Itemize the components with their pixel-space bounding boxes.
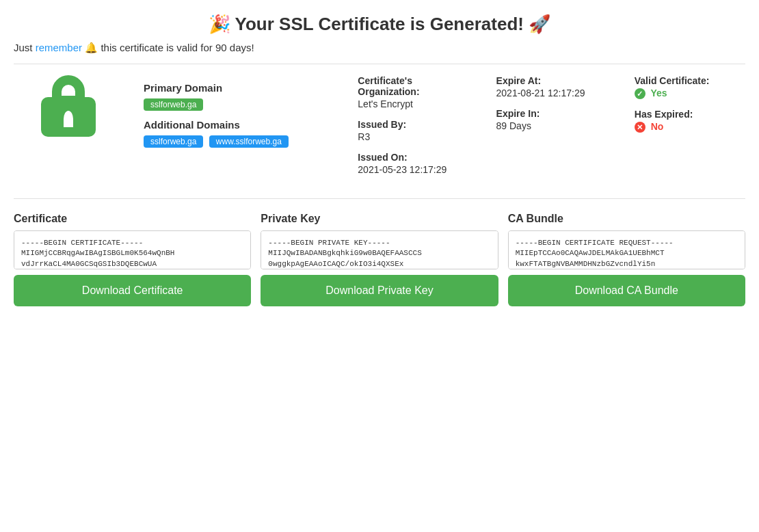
bell-icon: 🔔	[85, 42, 98, 53]
valid-cert-label: Valid Certificate:	[635, 75, 745, 86]
download-private-key-button[interactable]: Download Private Key	[261, 275, 498, 306]
has-expired-label: Has Expired:	[635, 109, 745, 120]
additional-domains-label: Additional Domains	[144, 119, 337, 131]
certificate-panel: Certificate -----BEGIN CERTIFICATE----- …	[14, 213, 251, 306]
primary-domain-value: sslforweb.ga	[144, 98, 203, 111]
additional-domain-2: www.sslforweb.ga	[209, 135, 289, 148]
check-icon: ✓	[635, 88, 645, 99]
lock-body	[41, 97, 96, 137]
primary-domain-badge: sslforweb.ga	[144, 98, 337, 119]
certificate-panel-title: Certificate	[14, 213, 251, 225]
details-col-3: Valid Certificate: ✓ Yes Has Expired: ✕ …	[635, 75, 745, 185]
details-col-2: Expire At: 2021-08-21 12:17:29 Expire In…	[496, 75, 607, 185]
issued-by-label: Issued By:	[358, 119, 468, 130]
details-col-1: Certificate's Organization: Let's Encryp…	[358, 75, 468, 185]
issued-by-group: Issued By: R3	[358, 119, 468, 142]
private-key-textarea[interactable]: -----BEGIN PRIVATE KEY----- MIIJQwIBADAN…	[261, 231, 497, 269]
expire-in-label: Expire In:	[496, 108, 607, 119]
expire-in-group: Expire In: 89 Days	[496, 108, 607, 131]
page-title: 🎉 Your SSL Certificate is Generated! 🚀	[14, 14, 745, 35]
yes-text: Yes	[650, 88, 667, 98]
domain-info: Primary Domain sslforweb.ga Additional D…	[144, 75, 337, 148]
lock-icon-container	[14, 75, 123, 137]
additional-domains-list: sslforweb.ga www.sslforweb.ga	[144, 135, 337, 148]
ca-bundle-panel: CA Bundle -----BEGIN CERTIFICATE REQUEST…	[508, 213, 745, 306]
download-ca-bundle-button[interactable]: Download CA Bundle	[508, 275, 745, 306]
issued-on-value: 2021-05-23 12:17:29	[358, 164, 468, 175]
has-expired-group: Has Expired: ✕ No	[635, 109, 745, 133]
private-key-panel-title: Private Key	[261, 213, 498, 225]
divider-top	[14, 64, 745, 64]
additional-domain-1: sslforweb.ga	[144, 135, 203, 148]
info-section: Primary Domain sslforweb.ga Additional D…	[14, 75, 745, 199]
organization-label: Certificate's Organization:	[358, 75, 468, 97]
private-key-panel: Private Key -----BEGIN PRIVATE KEY----- …	[261, 213, 498, 306]
validity-notice: Just remember 🔔 this certificate is vali…	[14, 42, 745, 54]
issued-on-label: Issued On:	[358, 152, 468, 163]
expire-at-group: Expire At: 2021-08-21 12:17:29	[496, 75, 607, 98]
issued-on-group: Issued On: 2021-05-23 12:17:29	[358, 152, 468, 175]
issued-by-value: R3	[358, 131, 468, 142]
ca-bundle-textarea[interactable]: -----BEGIN CERTIFICATE REQUEST----- MIIE…	[509, 231, 745, 269]
certificate-textarea-container: -----BEGIN CERTIFICATE----- MIIGMjCCBRqg…	[14, 230, 251, 269]
expire-in-value: 89 Days	[496, 120, 607, 131]
details-grid: Certificate's Organization: Let's Encryp…	[358, 75, 745, 185]
cert-panels: Certificate -----BEGIN CERTIFICATE----- …	[14, 213, 745, 306]
ca-bundle-textarea-container: -----BEGIN CERTIFICATE REQUEST----- MIIE…	[508, 230, 745, 269]
private-key-textarea-container: -----BEGIN PRIVATE KEY----- MIIJQwIBADAN…	[261, 230, 498, 269]
lock-keyhole	[64, 111, 73, 127]
organization-group: Certificate's Organization: Let's Encryp…	[358, 75, 468, 109]
valid-cert-value: ✓ Yes	[635, 88, 745, 99]
remember-link[interactable]: remember	[36, 42, 82, 53]
valid-cert-group: Valid Certificate: ✓ Yes	[635, 75, 745, 99]
has-expired-value: ✕ No	[635, 121, 745, 133]
lock-icon	[41, 75, 96, 137]
notice-rest: this certificate is valid for 90 days!	[101, 42, 254, 53]
x-icon: ✕	[635, 122, 645, 133]
primary-domain-label: Primary Domain	[144, 82, 337, 94]
ca-bundle-panel-title: CA Bundle	[508, 213, 745, 225]
no-text: No	[651, 121, 664, 132]
expire-at-label: Expire At:	[496, 75, 607, 86]
certificate-textarea[interactable]: -----BEGIN CERTIFICATE----- MIIGMjCCBRqg…	[14, 231, 250, 269]
expire-at-value: 2021-08-21 12:17:29	[496, 88, 607, 98]
download-certificate-button[interactable]: Download Certificate	[14, 275, 251, 306]
organization-value: Let's Encrypt	[358, 98, 468, 109]
